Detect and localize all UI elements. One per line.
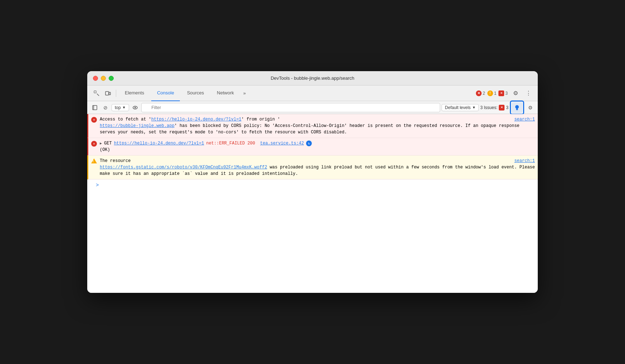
warning-badge: ! 1 — [487, 90, 497, 96]
main-toolbar: Elements Console Sources Network » ✕ 2 !… — [87, 85, 538, 101]
console-toolbar: ⊘ top ▼ ⊽ Default levels ▼ 3 Issues: ✕ 3 — [87, 101, 538, 114]
devtools-window: DevTools - bubble-jingle.web.app/search … — [87, 71, 538, 293]
font-url-link[interactable]: https://fonts.gstatic.com/s/roboto/v30/K… — [100, 165, 267, 170]
console-content: ✕ Access to fetch at 'https://hello-io-2… — [87, 114, 538, 293]
error-icon: ✕ — [476, 90, 482, 96]
console-entry-cors-error: ✕ Access to fetch at 'https://hello-io-2… — [87, 114, 538, 138]
context-selector[interactable]: top ▼ — [112, 104, 129, 111]
issue-icon: ✕ — [498, 90, 504, 96]
prompt-arrow-icon: > — [96, 182, 99, 188]
get-error-line: ▶ GET https://hello-io-24.deno.dev/?lvl=… — [100, 140, 535, 147]
clear-console-icon[interactable]: ⊘ — [101, 103, 110, 112]
warning-source-link[interactable]: search:1 — [514, 158, 535, 164]
error-badge: ✕ 2 — [476, 90, 485, 96]
entry-text: Access to fetch at 'https://hello-io-24.… — [100, 116, 280, 123]
cors-url-link[interactable]: https://hello-io-24.deno.dev/?lvl=1 — [151, 117, 241, 122]
console-settings-icon[interactable]: ⚙ — [526, 103, 535, 112]
lightbulb-highlight — [510, 100, 524, 115]
title-bar: DevTools - bubble-jingle.web.app/search — [87, 71, 538, 85]
origin-url-link[interactable]: https://bubble-jingle.web.app — [100, 123, 174, 128]
entry-continuation: https://bubble-jingle.web.app' has been … — [100, 123, 535, 136]
console-entry-get-body: ▶ GET https://hello-io-24.deno.dev/?lvl=… — [100, 140, 535, 153]
tab-elements[interactable]: Elements — [119, 85, 150, 101]
filter-wrapper: ⊽ — [141, 103, 441, 112]
warning-text-before: The resource — [100, 158, 131, 164]
svg-rect-2 — [105, 92, 109, 95]
inspect-element-icon[interactable] — [92, 88, 102, 98]
settings-gear-icon[interactable]: ⚙ — [511, 88, 521, 98]
issues-error-icon: ✕ — [499, 105, 505, 110]
eye-icon[interactable] — [131, 103, 140, 112]
window-title: DevTools - bubble-jingle.web.app/search — [271, 75, 354, 81]
issues-count-badge: 3 Issues: ✕ 3 — [480, 105, 508, 110]
svg-point-7 — [134, 107, 136, 108]
warning-first-line: The resource search:1 — [100, 158, 535, 164]
chevron-down-icon: ▼ — [122, 105, 126, 109]
get-method: GET — [104, 140, 112, 147]
console-entry-body: Access to fetch at 'https://hello-io-24.… — [100, 116, 535, 136]
cors-source-link[interactable]: search:1 — [514, 116, 535, 123]
maximize-button[interactable] — [109, 76, 114, 81]
tab-network[interactable]: Network — [211, 85, 240, 101]
get-url-link[interactable]: https://hello-io-24.deno.dev/?lvl=1 — [114, 140, 204, 147]
highlight-container — [510, 100, 524, 115]
tab-console[interactable]: Console — [151, 85, 180, 101]
toolbar-separator — [116, 90, 116, 97]
get-source-link[interactable]: tea.service.ts:42 — [260, 140, 304, 147]
svg-rect-4 — [93, 105, 97, 110]
toolbar-right: ✕ 2 ! 1 ✕ 3 ⚙ ⋮ — [476, 88, 533, 98]
net-error-text: net::ERR_FAILED 200 — [206, 140, 255, 147]
svg-rect-8 — [516, 109, 518, 110]
svg-rect-3 — [109, 92, 110, 95]
tab-sources[interactable]: Sources — [181, 85, 210, 101]
filter-input[interactable] — [141, 103, 441, 112]
reload-icon[interactable]: ↻ — [306, 141, 312, 146]
console-entry-get-error: ✕ ▶ GET https://hello-io-24.deno.dev/?lv… — [87, 138, 538, 156]
chevron-down-icon: ▼ — [472, 105, 476, 109]
get-ok-text: (OK) — [100, 147, 535, 153]
device-toggle-icon[interactable] — [103, 88, 113, 98]
console-prompt: > — [87, 179, 538, 191]
more-tabs-button[interactable]: » — [241, 88, 248, 99]
expand-icon[interactable]: ▶ — [100, 141, 102, 146]
error-entry-icon: ✕ — [91, 117, 97, 123]
sidebar-toggle-icon[interactable] — [90, 103, 99, 112]
console-entry-preload-warning: The resource search:1 https://fonts.gsta… — [87, 156, 538, 179]
svg-rect-0 — [94, 91, 96, 93]
console-entry-warning-body: The resource search:1 https://fonts.gsta… — [100, 158, 535, 177]
error-entry-icon-2: ✕ — [91, 141, 97, 147]
warn-triangle-icon — [91, 158, 97, 163]
svg-line-1 — [97, 94, 99, 96]
log-level-selector[interactable]: Default levels ▼ — [442, 104, 479, 111]
lightbulb-button[interactable] — [512, 102, 522, 113]
warning-icon: ! — [487, 90, 493, 96]
traffic-lights — [93, 76, 114, 81]
issue-badge: ✕ 3 — [498, 90, 508, 96]
more-options-icon[interactable]: ⋮ — [523, 88, 533, 98]
warning-entry-icon — [91, 158, 97, 163]
entry-first-line: Access to fetch at 'https://hello-io-24.… — [100, 116, 535, 123]
warning-continuation: https://fonts.gstatic.com/s/roboto/v30/K… — [100, 164, 535, 177]
minimize-button[interactable] — [101, 76, 106, 81]
svg-rect-9 — [516, 109, 518, 110]
error-badge-group: ✕ 2 ! 1 ✕ 3 — [476, 90, 508, 96]
close-button[interactable] — [93, 76, 98, 81]
